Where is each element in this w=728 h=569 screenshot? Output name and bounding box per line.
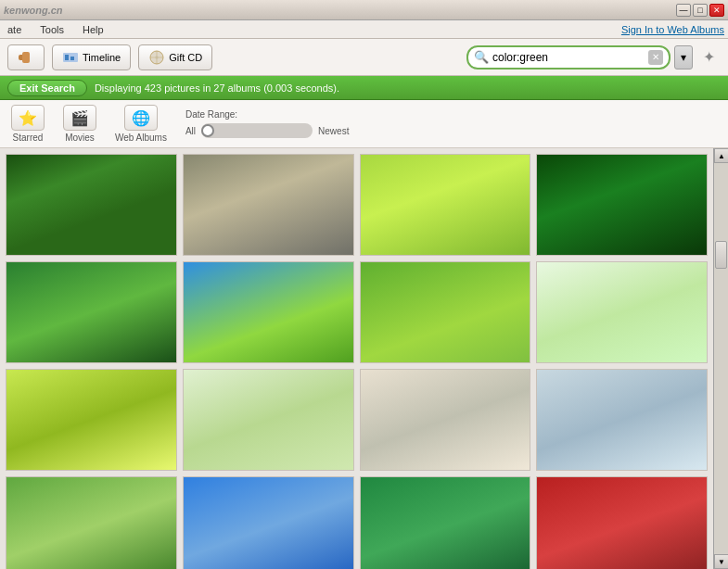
timeline-icon bbox=[62, 49, 79, 66]
image-thumbnail[interactable] bbox=[183, 261, 354, 363]
movies-button[interactable]: 🎬 bbox=[63, 105, 96, 131]
menu-items: ate Tools Help bbox=[4, 22, 108, 37]
scroll-up-button[interactable]: ▲ bbox=[714, 148, 728, 163]
image-thumbnail[interactable] bbox=[183, 154, 354, 256]
web-albums-button[interactable]: 🌐 bbox=[124, 105, 158, 131]
minimize-button[interactable]: — bbox=[676, 4, 691, 17]
image-preview bbox=[6, 262, 176, 362]
date-range-label: Date Range: bbox=[185, 109, 349, 120]
svg-rect-4 bbox=[70, 57, 74, 60]
image-preview bbox=[6, 155, 176, 255]
menu-help[interactable]: Help bbox=[79, 22, 108, 37]
image-thumbnail[interactable] bbox=[183, 369, 354, 471]
window-title: kenwong.cn bbox=[4, 5, 63, 16]
image-preview bbox=[184, 262, 353, 362]
search-options-button[interactable]: ✦ bbox=[696, 45, 721, 70]
close-button[interactable]: ✕ bbox=[709, 4, 724, 17]
starred-label: Starred bbox=[13, 133, 44, 143]
sign-in-link[interactable]: Sign In to Web Albums bbox=[621, 24, 724, 35]
date-range-section: Date Range: All Newest bbox=[185, 109, 349, 138]
image-thumbnail[interactable] bbox=[6, 261, 177, 363]
date-min-label: All bbox=[185, 126, 196, 136]
search-box: 🔍 ✕ bbox=[466, 45, 671, 70]
image-thumbnail[interactable] bbox=[360, 154, 531, 256]
image-thumbnail[interactable] bbox=[360, 369, 531, 471]
status-bar: Exit Search Displaying 423 pictures in 2… bbox=[0, 76, 728, 100]
menu-tools[interactable]: Tools bbox=[36, 22, 68, 37]
image-thumbnail[interactable] bbox=[6, 476, 177, 569]
image-preview bbox=[184, 155, 353, 255]
image-preview bbox=[361, 370, 530, 470]
scroll-down-button[interactable]: ▼ bbox=[714, 554, 728, 569]
image-preview bbox=[537, 155, 707, 255]
image-preview bbox=[537, 477, 707, 569]
web-albums-label: Web Albums bbox=[115, 133, 167, 143]
image-preview bbox=[6, 370, 176, 470]
image-preview bbox=[184, 477, 353, 569]
starred-button[interactable]: ⭐ bbox=[11, 105, 45, 131]
image-thumbnail[interactable] bbox=[536, 261, 708, 363]
search-dropdown-button[interactable]: ▾ bbox=[674, 45, 693, 70]
web-albums-filter: 🌐 Web Albums bbox=[115, 105, 167, 143]
back-button[interactable] bbox=[7, 44, 45, 70]
exit-search-button[interactable]: Exit Search bbox=[7, 80, 87, 96]
movies-label: Movies bbox=[65, 133, 95, 143]
search-area: 🔍 ✕ ▾ ✦ bbox=[220, 45, 721, 70]
image-preview bbox=[184, 370, 353, 470]
date-max-label: Newest bbox=[318, 126, 349, 136]
image-grid bbox=[0, 148, 713, 569]
svg-rect-3 bbox=[65, 55, 69, 60]
search-input[interactable] bbox=[492, 51, 648, 64]
menu-ate[interactable]: ate bbox=[4, 22, 25, 37]
timeline-button[interactable]: Timeline bbox=[52, 44, 131, 70]
title-bar: kenwong.cn — □ ✕ bbox=[0, 0, 728, 20]
gift-cd-label: Gift CD bbox=[169, 52, 202, 63]
search-clear-button[interactable]: ✕ bbox=[648, 50, 663, 65]
menu-bar: ate Tools Help Sign In to Web Albums bbox=[0, 20, 728, 39]
timeline-label: Timeline bbox=[83, 52, 121, 63]
image-thumbnail[interactable] bbox=[183, 476, 354, 569]
starred-filter: ⭐ Starred bbox=[11, 105, 45, 143]
image-grid-container: ▲ ▼ bbox=[0, 148, 728, 569]
image-preview bbox=[537, 262, 707, 362]
movies-filter: 🎬 Movies bbox=[63, 105, 96, 143]
window-controls: — □ ✕ bbox=[676, 4, 724, 17]
image-preview bbox=[361, 155, 530, 255]
image-thumbnail[interactable] bbox=[536, 476, 708, 569]
status-message: Displaying 423 pictures in 27 albums (0.… bbox=[95, 82, 339, 94]
svg-rect-1 bbox=[22, 52, 30, 63]
scrollbar: ▲ ▼ bbox=[713, 148, 728, 569]
image-thumbnail[interactable] bbox=[6, 369, 177, 471]
toolbar: Timeline Gift CD 🔍 ✕ ▾ ✦ bbox=[0, 39, 728, 76]
image-thumbnail[interactable] bbox=[536, 154, 708, 256]
filter-bar: ⭐ Starred 🎬 Movies 🌐 Web Albums Date Ran… bbox=[0, 100, 728, 148]
image-preview bbox=[361, 262, 530, 362]
image-thumbnail[interactable] bbox=[360, 476, 531, 569]
back-icon bbox=[18, 49, 34, 66]
scroll-thumb[interactable] bbox=[715, 241, 727, 269]
gift-cd-icon bbox=[148, 49, 165, 66]
image-thumbnail[interactable] bbox=[536, 369, 708, 471]
scroll-track bbox=[714, 163, 728, 554]
maximize-button[interactable]: □ bbox=[693, 4, 708, 17]
image-preview bbox=[6, 477, 176, 569]
image-preview bbox=[537, 370, 707, 470]
image-preview bbox=[361, 477, 530, 569]
date-slider-row: All Newest bbox=[185, 123, 349, 138]
image-thumbnail[interactable] bbox=[6, 154, 177, 256]
date-range-slider[interactable] bbox=[201, 123, 313, 138]
gift-cd-button[interactable]: Gift CD bbox=[138, 44, 212, 70]
search-icon: 🔍 bbox=[474, 50, 489, 64]
image-thumbnail[interactable] bbox=[360, 261, 531, 363]
